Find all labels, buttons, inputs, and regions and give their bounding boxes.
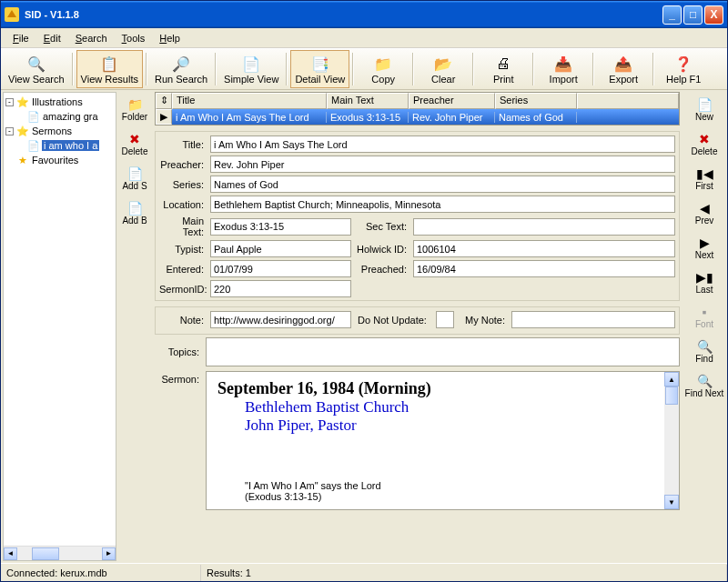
tree-amazing[interactable]: 📄amazing gra (5, 109, 114, 124)
simple-view-button[interactable]: 📄Simple View (219, 50, 283, 88)
run-search-button[interactable]: 🔎Run Search (150, 50, 212, 88)
delete-tree-button[interactable]: ✖Delete (117, 126, 152, 161)
location-field[interactable] (210, 196, 675, 213)
status-connected: Connected: kerux.mdb (1, 565, 201, 581)
tree-sermons[interactable]: -⭐Sermons (5, 124, 114, 138)
entered-field[interactable] (210, 260, 351, 277)
tree-selected-sermon[interactable]: 📄i am who I a (5, 138, 114, 153)
scroll-left-icon[interactable]: ◄ (4, 547, 17, 560)
delete-button[interactable]: ✖Delete (682, 126, 726, 161)
folder-yellow-icon: 📁 (127, 97, 143, 112)
export-button[interactable]: 📤Export (597, 50, 650, 88)
toolbar: 🔍View Search 📋View Results 🔎Run Search 📄… (1, 48, 727, 90)
donotupdate-field[interactable] (436, 311, 454, 328)
minimize-button[interactable]: _ (662, 5, 682, 25)
magnifier-icon: 🔍 (27, 55, 46, 73)
folder-star-icon: ⭐ (16, 96, 29, 108)
sermon-heading: September 16, 1984 (Morning) (217, 379, 668, 398)
statusbar: Connected: kerux.mdb Results: 1 (1, 563, 727, 581)
add-icon: 📄 (127, 166, 143, 181)
last-button[interactable]: ▶▮Last (682, 265, 726, 299)
export-icon: 📤 (614, 55, 632, 73)
font-button[interactable]: ▪Font (682, 299, 726, 334)
title-field[interactable] (210, 135, 675, 153)
find-next-button[interactable]: 🔍Find Next (682, 368, 726, 403)
grid-handle[interactable]: ⇕ (156, 93, 172, 109)
maximize-button[interactable]: □ (683, 5, 703, 25)
status-results: Results: 1 (201, 565, 727, 581)
find-next-icon: 🔍 (697, 374, 713, 388)
label-series: Series: (159, 179, 207, 190)
font-icon: ▪ (703, 305, 707, 319)
copy-button[interactable]: 📁Copy (357, 50, 410, 88)
label-sectext: Sec Text: (355, 221, 410, 232)
page-icon: 📄 (242, 55, 260, 73)
sectext-field[interactable] (413, 218, 675, 236)
next-icon: ▶ (700, 236, 710, 250)
maintext-field[interactable] (210, 218, 351, 236)
note-field[interactable] (210, 311, 351, 328)
sermonid-field[interactable] (210, 280, 351, 297)
sermon-line-2: (Exodus 3:13-15) (245, 491, 668, 502)
import-button[interactable]: 📥Import (537, 50, 590, 88)
tree-action-column: 📁Folder ✖Delete 📄Add S 📄Add B (116, 90, 153, 563)
add-s-button[interactable]: 📄Add S (117, 161, 152, 196)
x-icon: ✖ (699, 132, 710, 146)
help-button[interactable]: ❓Help F1 (657, 50, 710, 88)
scroll-right-icon[interactable]: ► (102, 547, 116, 560)
label-note: Note: (159, 315, 207, 326)
detail-form: Title: Preacher: Series: Location: Main … (155, 131, 680, 301)
tree-favourites[interactable]: ★Favourites (5, 153, 114, 167)
sermon-line-1: "I Am Who I Am" says the Lord (245, 480, 668, 491)
tree-hscrollbar[interactable]: ◄ ► (4, 546, 116, 560)
folder-action-button[interactable]: 📁Folder (117, 92, 152, 126)
new-button[interactable]: 📄New (682, 92, 726, 126)
tree-illustrations[interactable]: -⭐Illustrations (5, 95, 114, 109)
typist-field[interactable] (210, 240, 351, 257)
menu-tools[interactable]: Tools (116, 31, 152, 45)
new-icon: 📄 (697, 97, 713, 112)
label-preached: Preached: (355, 264, 410, 275)
add-b-button[interactable]: 📄Add B (117, 196, 152, 230)
menu-edit[interactable]: Edit (37, 31, 67, 45)
print-button[interactable]: 🖨Print (477, 50, 530, 88)
sermon-text[interactable]: September 16, 1984 (Morning) Bethlehem B… (206, 371, 680, 510)
window-title: SID - V1.1.8 (25, 9, 662, 20)
sermon-vscrollbar[interactable]: ▲ ▼ (664, 372, 679, 509)
scroll-down-icon[interactable]: ▼ (664, 495, 679, 509)
series-field[interactable] (210, 176, 675, 193)
label-sermonid: SermonID: (159, 284, 207, 295)
grid-cell-preacher: Rev. John Piper (409, 112, 495, 123)
scroll-up-icon[interactable]: ▲ (664, 372, 679, 386)
help-icon: ❓ (674, 55, 693, 73)
detail-view-button[interactable]: 📑Detail View (290, 50, 349, 88)
find-button[interactable]: 🔍Find (682, 334, 726, 368)
titlebar: SID - V1.1.8 _ □ X (1, 1, 727, 28)
menu-search[interactable]: Search (69, 31, 114, 45)
view-search-button[interactable]: 🔍View Search (4, 50, 69, 88)
menu-help[interactable]: Help (153, 31, 187, 45)
next-button[interactable]: ▶Next (682, 230, 726, 265)
grid-col-maintext[interactable]: Main Text (327, 93, 409, 109)
preacher-field[interactable] (210, 156, 675, 173)
clear-button[interactable]: 📂Clear (417, 50, 470, 88)
first-button[interactable]: ▮◀First (682, 161, 726, 196)
close-button[interactable]: X (704, 5, 723, 25)
results-grid[interactable]: ⇕ Title Main Text Preacher Series ▶ i Am… (155, 92, 680, 125)
view-results-button[interactable]: 📋View Results (76, 50, 143, 88)
menu-file[interactable]: File (6, 31, 35, 45)
grid-col-empty (577, 93, 679, 109)
label-title: Title: (159, 139, 207, 150)
grid-col-series[interactable]: Series (495, 93, 577, 109)
grid-col-title[interactable]: Title (172, 93, 327, 109)
tree-pane: -⭐Illustrations 📄amazing gra -⭐Sermons 📄… (3, 92, 116, 561)
prev-button[interactable]: ◀Prev (682, 196, 726, 230)
grid-col-preacher[interactable]: Preacher (409, 93, 495, 109)
record-nav-column: 📄New ✖Delete ▮◀First ◀Prev ▶Next ▶▮Last … (682, 90, 727, 563)
mynote-field[interactable] (511, 311, 675, 328)
topics-field[interactable] (206, 337, 680, 366)
preached-field[interactable] (413, 260, 675, 277)
grid-row-selected[interactable]: ▶ i Am Who I Am Says The Lord Exodus 3:1… (156, 109, 679, 125)
holwick-field[interactable] (413, 240, 675, 257)
grid-cell-title: i Am Who I Am Says The Lord (172, 112, 327, 123)
